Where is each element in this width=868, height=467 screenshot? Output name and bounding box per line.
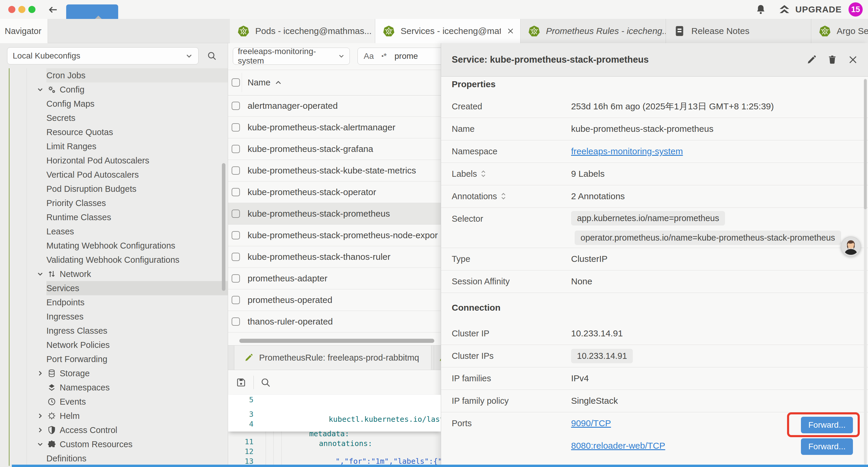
chevron-right-icon[interactable] xyxy=(37,370,47,377)
row-checkbox[interactable] xyxy=(231,274,240,283)
zoom-window-button[interactable] xyxy=(28,6,35,13)
row-checkbox[interactable] xyxy=(231,167,240,175)
horizontal-scrollbar[interactable] xyxy=(239,339,434,343)
editor-search-button[interactable] xyxy=(260,377,271,388)
table-search-input[interactable]: Aa ▪* prome xyxy=(358,48,441,65)
close-drawer-button[interactable] xyxy=(848,55,858,65)
tab[interactable]: Services - icecheng@math... xyxy=(375,19,521,43)
tab[interactable]: Pods - icecheng@mathmas... xyxy=(230,19,375,43)
table-row[interactable]: kube-prometheus-stack-thanos-ruler xyxy=(228,246,441,268)
sidebar-item[interactable]: Network Policies xyxy=(46,338,228,352)
annotations-expander-icon[interactable] xyxy=(500,192,506,200)
sidebar-item[interactable]: Horizontal Pod Autoscalers xyxy=(46,153,228,168)
notifications-bell-icon[interactable] xyxy=(755,4,766,15)
kubeconfig-select[interactable]: Local Kubeconfigs xyxy=(7,47,198,64)
sidebar-item[interactable]: Ingress Classes xyxy=(46,324,228,338)
sidebar-item[interactable]: Leases xyxy=(46,224,228,238)
table-row[interactable]: kube-prometheus-stack-prometheus xyxy=(228,203,441,225)
navigator-tab[interactable]: Navigator xyxy=(0,19,48,43)
sidebar-item[interactable]: Cron Jobs xyxy=(46,68,228,83)
row-checkbox[interactable] xyxy=(231,253,240,261)
tab[interactable]: Argo Se xyxy=(811,19,868,43)
port-link[interactable]: 9090/TCP xyxy=(571,418,611,428)
sidebar-item[interactable]: Ingresses xyxy=(46,310,228,324)
port-link[interactable]: 8080:reloader-web/TCP xyxy=(571,441,665,451)
sidebar-item[interactable]: Mutating Webhook Configurations xyxy=(46,238,228,253)
row-checkbox[interactable] xyxy=(231,188,240,196)
sidebar-item[interactable]: Port Forwarding xyxy=(46,352,228,366)
sidebar-item[interactable]: Runtime Classes xyxy=(46,210,228,224)
namespace-link[interactable]: freeleaps-monitoring-system xyxy=(571,146,683,156)
sidebar-item[interactable]: Helm xyxy=(37,409,228,423)
drawer-scrollbar-thumb[interactable] xyxy=(864,79,867,209)
sidebar-item[interactable]: Storage xyxy=(37,366,228,380)
upgrade-button[interactable]: UPGRADE xyxy=(778,0,842,19)
chevron-down-icon[interactable] xyxy=(37,270,47,278)
table-row[interactable]: kube-prometheus-stack-alertmanager xyxy=(228,117,441,138)
row-checkbox[interactable] xyxy=(231,123,240,132)
tab[interactable]: Release Notes xyxy=(666,19,811,43)
sidebar-item[interactable]: Access Control xyxy=(37,423,228,437)
editor-tab[interactable]: PrometheusRule: freeleaps-prod-rabbitmq xyxy=(234,346,431,370)
row-checkbox[interactable] xyxy=(231,231,240,239)
notification-count-badge[interactable]: 15 xyxy=(848,2,863,17)
chevron-down-icon[interactable] xyxy=(37,441,47,448)
row-checkbox[interactable] xyxy=(231,145,240,153)
row-checkbox[interactable] xyxy=(231,102,240,110)
chevron-down-icon[interactable] xyxy=(37,86,47,93)
row-checkbox[interactable] xyxy=(231,296,240,304)
sidebar-search-icon[interactable] xyxy=(207,51,217,61)
close-window-button[interactable] xyxy=(8,6,16,13)
sidebar-item[interactable]: Limit Ranges xyxy=(46,139,228,153)
navigator-tab-label: Navigator xyxy=(5,26,41,36)
sidebar-scrollbar[interactable] xyxy=(222,163,225,291)
delete-button[interactable] xyxy=(827,55,837,65)
sidebar-item[interactable]: Secrets xyxy=(46,111,228,125)
sidebar-item[interactable]: Validating Webhook Configurations xyxy=(46,253,228,267)
edit-button[interactable] xyxy=(807,55,816,65)
sidebar-item[interactable]: Endpoints xyxy=(46,295,228,310)
sidebar-item[interactable]: Resource Quotas xyxy=(46,125,228,139)
row-checkbox[interactable] xyxy=(231,317,240,326)
sidebar-item[interactable]: Network xyxy=(37,267,228,281)
sidebar-item[interactable]: Services xyxy=(46,281,228,295)
yaml-editor[interactable]: 11 ","for":"1m","labels":{"service": 12 … xyxy=(228,395,441,465)
name-column-header[interactable]: Name xyxy=(248,78,282,87)
match-case-toggle[interactable]: Aa xyxy=(364,52,374,61)
sidebar-item[interactable]: Priority Classes xyxy=(46,196,228,210)
sidebar-item[interactable]: Namespaces xyxy=(37,380,228,395)
sidebar-item[interactable]: Config xyxy=(37,83,228,97)
code-line[interactable]: 5 kubectl.kubernetes.io/last-applied-co xyxy=(228,395,441,405)
table-row[interactable]: prometheus-adapter xyxy=(228,268,441,289)
sidebar-item[interactable]: Custom Resources xyxy=(37,437,228,451)
user-avatar[interactable] xyxy=(841,236,861,257)
sidebar-item-label: Cron Jobs xyxy=(46,71,85,80)
table-row[interactable]: kube-prometheus-stack-operator xyxy=(228,181,441,203)
labels-expander-icon[interactable] xyxy=(480,170,486,178)
table-row[interactable]: alertmanager-operated xyxy=(228,95,441,117)
sidebar-item[interactable]: Pod Disruption Budgets xyxy=(46,182,228,196)
table-row[interactable]: kube-prometheus-stack-kube-state-metrics xyxy=(228,160,441,181)
namespace-select[interactable]: freeleaps-monitoring-system xyxy=(233,48,350,65)
chevron-right-icon[interactable] xyxy=(37,427,47,434)
tab-close-icon[interactable] xyxy=(507,27,514,35)
sidebar-item[interactable]: Events xyxy=(37,395,228,409)
forward-button[interactable] xyxy=(66,4,118,21)
editor-tab-partial[interactable] xyxy=(434,346,441,370)
table-row[interactable]: thanos-ruler-operated xyxy=(228,311,441,332)
forward-button[interactable]: Forward... xyxy=(801,438,853,455)
minimize-window-button[interactable] xyxy=(18,6,25,13)
sidebar-item[interactable]: Vertical Pod Autoscalers xyxy=(46,168,228,182)
sidebar-item[interactable]: Config Maps xyxy=(46,97,228,111)
back-button[interactable] xyxy=(48,4,59,15)
row-checkbox[interactable] xyxy=(231,209,240,218)
chevron-right-icon[interactable] xyxy=(37,412,47,419)
tab[interactable]: Prometheus Rules - icecheng... xyxy=(521,19,666,43)
table-row[interactable]: kube-prometheus-stack-grafana xyxy=(228,138,441,160)
select-all-checkbox[interactable] xyxy=(231,78,240,87)
table-row[interactable]: prometheus-operated xyxy=(228,289,441,311)
sidebar-item[interactable]: Definitions xyxy=(46,451,228,466)
table-row[interactable]: kube-prometheus-stack-prometheus-node-ex… xyxy=(228,225,441,246)
save-button[interactable] xyxy=(236,377,246,388)
regex-toggle[interactable]: ▪* xyxy=(381,52,387,61)
